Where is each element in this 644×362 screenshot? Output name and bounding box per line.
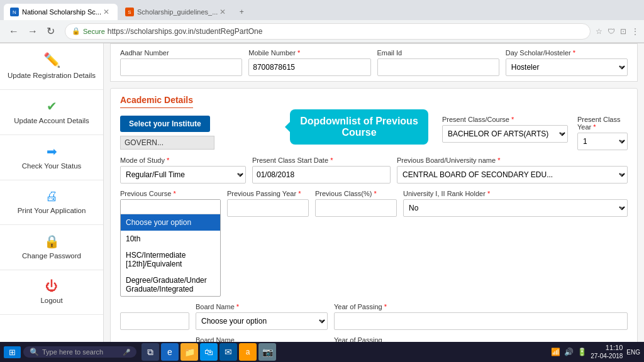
sidebar-label-change-password: Change Password [22,251,81,261]
address-bar[interactable]: 🔒 Secure https://scholarships.gov.in/stu… [65,23,591,40]
extend-icon[interactable]: ⊡ [620,27,626,36]
back-button[interactable]: ← [5,25,23,38]
tab-2-label: Scholarship_guidelines_... [137,8,218,16]
board-row-1: Board Name * Choose your option Year of … [120,303,628,330]
prev-board-select[interactable]: CENTRAL BOARD OF SECONDARY EDU... [397,166,628,184]
check-circle-icon: ✔ [47,99,57,114]
dropdown-item-1[interactable]: 10th [121,231,220,247]
tab-1[interactable]: N National Scholarship Sc... ✕ [4,4,118,20]
sidebar-item-logout[interactable]: ⏻ Logout [0,270,103,315]
shield-icon: 🛡 [608,27,615,36]
year1-input[interactable] [334,312,628,330]
prev-pass-year-input[interactable] [227,199,309,217]
present-year-group: Present Class Year * 1 2 3 [577,116,628,150]
dropdown-item-3[interactable]: Degree/Graduate/Under Graduate/Integrate… [121,272,220,296]
edit-icon: ✏️ [43,52,60,69]
network-icon: 📶 [551,348,560,356]
clock: 11:10 27-04-2018 [591,344,623,359]
edge-icon: e [167,347,172,357]
present-year-label: Present Class Year * [577,116,628,131]
institute-row: Select your Institute GOVERN... Dopdownl… [120,116,628,150]
sidebar-item-change-password[interactable]: 🔒 Change Password [0,225,103,270]
aadhar-group: Aadhar Number [120,49,242,76]
dropdown-list: Choose your option 10th HSC/Intermediate… [121,214,220,296]
uni-rank-group: University I, II Rank Holder * No Yes [403,190,628,217]
sidebar-item-check-status[interactable]: ➡ Check Your Status [0,135,103,180]
tab-bar: N National Scholarship Sc... ✕ S Scholar… [0,0,644,20]
dropdown-item-2[interactable]: HSC/Intermediate [12th]/Equivalent [121,247,220,272]
main-layout: ✏️ Update Registration Details ✔ Update … [0,43,644,362]
prev-course-dropdown-container: Choose your option 10th HSC/Intermediate… [120,199,221,297]
sidebar-item-print[interactable]: 🖨 Print Your Application [0,180,103,225]
prev-board-group: Previous Board/University name * CENTRAL… [397,156,628,184]
prev-course-label: Previous Course * [120,190,221,197]
dropdown-item-0[interactable]: Choose your option [121,214,220,231]
print-icon: 🖨 [45,189,58,204]
subject1-group [120,312,189,330]
taskview-icon: ⧉ [147,347,153,358]
prev-class-pct-label: Previous Class(%) * [315,190,397,197]
lock-icon-sidebar: 🔒 [44,234,60,249]
prev-class-pct-input[interactable] [315,199,397,217]
forward-button[interactable]: → [24,25,42,38]
start-date-label: Present Class Start Date * [252,156,391,164]
dropdown-search-input[interactable] [121,200,220,214]
nav-bar: ← → ↻ 🔒 Secure https://scholarships.gov.… [0,20,644,43]
mode-label: Mode of Study * [120,156,246,164]
tab-2-favicon: S [125,8,134,16]
taskbar-tray: 📶 🔊 🔋 11:10 27-04-2018 ENG [551,344,640,359]
aadhar-input[interactable] [120,58,242,76]
taskbar-apps: ⧉ e 📁 🛍 ✉ a 📷 [142,343,276,361]
sidebar-item-update-account[interactable]: ✔ Update Account Details [0,90,103,135]
photos-app[interactable]: 📷 [258,343,276,361]
tab-2[interactable]: S Scholarship_guidelines_... ✕ [119,4,234,20]
tab-2-close[interactable]: ✕ [218,8,228,16]
edge-app[interactable]: e [161,343,179,361]
arrow-icon: ➡ [47,144,57,159]
taskbar-search[interactable]: 🔍 Type here to search 🎤 [23,346,136,358]
amazon-icon: a [246,348,250,356]
mail-app[interactable]: ✉ [219,343,237,361]
institute-button[interactable]: Select your Institute [120,116,210,132]
email-input[interactable] [377,58,499,76]
present-class-label: Present Class/Course * [442,116,568,123]
mobile-group: Mobile Number * [248,49,370,76]
sidebar-item-update-registration[interactable]: ✏️ Update Registration Details [0,43,103,90]
explorer-app[interactable]: 📁 [180,343,198,361]
taskview-app[interactable]: ⧉ [142,343,159,361]
mode-group: Mode of Study * Regular/Full Time [120,156,246,184]
mode-select[interactable]: Regular/Full Time [120,166,246,184]
scholar-group: Day Scholar/Hosteler * Hosteler Day Scho… [506,49,628,76]
battery-icon: 🔋 [577,348,587,356]
present-year-select[interactable]: 1 2 3 [577,133,628,150]
nav-icons: ☆ 🛡 ⊡ ⋮ [596,27,639,36]
taskbar-search-icon: 🔍 [30,348,39,356]
tooltip-bubble: Dopdownlist of Previous Course [290,109,428,145]
prev-course-dropdown[interactable]: Choose your option 10th HSC/Intermediate… [120,199,221,297]
subject1-input[interactable] [120,312,189,330]
scholar-label: Day Scholar/Hosteler * [506,49,628,57]
amazon-app[interactable]: a [239,343,257,361]
mobile-label: Mobile Number * [248,49,370,57]
start-button[interactable]: ⊞ [4,346,21,358]
browser-chrome: N National Scholarship Sc... ✕ S Scholar… [0,0,644,43]
sidebar: ✏️ Update Registration Details ✔ Update … [0,43,104,362]
tab-1-close[interactable]: ✕ [101,8,111,16]
uni-rank-label: University I, II Rank Holder * [403,190,628,197]
star-icon[interactable]: ☆ [596,27,602,36]
aadhar-label: Aadhar Number [120,49,242,57]
present-class-group: Present Class/Course * BACHELOR OF ARTS(… [442,116,568,143]
board1-label: Board Name * [196,303,328,310]
scholar-select[interactable]: Hosteler Day Scholar [506,58,628,76]
start-date-input[interactable] [252,166,391,184]
present-class-select[interactable]: BACHELOR OF ARTS(ARTS) [442,125,568,143]
mobile-input[interactable] [248,58,370,76]
menu-dots[interactable]: ⋮ [631,27,639,36]
new-tab-button[interactable]: + [235,4,248,20]
refresh-button[interactable]: ↻ [43,24,58,38]
content-area: Aadhar Number Mobile Number * Email Id D… [104,43,644,362]
mode-row: Mode of Study * Regular/Full Time Presen… [120,156,628,184]
uni-rank-select[interactable]: No Yes [403,199,628,217]
store-app[interactable]: 🛍 [200,343,218,361]
board1-select[interactable]: Choose your option [196,312,328,330]
